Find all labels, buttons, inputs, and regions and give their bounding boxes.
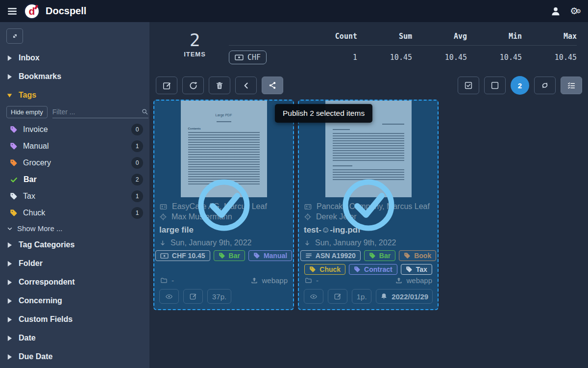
sidebar-item-label: Correspondent [19,278,75,287]
item-date: Sun, January 9th, 2022 [315,238,396,247]
expand-sidebar-icon[interactable] [6,28,23,44]
tag-icon [406,266,413,273]
logo-letter: d [29,6,35,16]
tag-badge-label: Manual [264,252,287,260]
money-icon [160,253,169,259]
docspell-logo[interactable]: d [24,3,40,20]
sidebar-item-custom-fields[interactable]: Custom Fields [0,310,149,329]
search-icon [141,108,148,115]
badges: ASN A19920 Bar Book [304,250,433,275]
list-view-button[interactable] [561,77,582,94]
item-card-test-ing-pdf[interactable]: Pancake Company, Marcus Leaf Derek Jeter… [298,100,439,310]
menu-icon[interactable] [7,6,18,17]
stats-header: 2 ITEMS Count Sum Avg Min Max [149,22,588,69]
tag-icon [10,192,18,200]
folder-value: - [172,276,174,285]
tag-name: Bar [24,175,37,184]
sidebar-item-bookmarks[interactable]: Bookmarks [0,67,149,86]
merge-button[interactable] [235,77,257,94]
tag-icon [354,266,361,273]
sidebar-item-folder[interactable]: Folder [0,254,149,273]
tag-item-invoice[interactable]: Invoice 0 [0,121,149,138]
sidebar-item-tag-categories[interactable]: Tag Categories [0,236,149,254]
due-date-button[interactable]: 2022/01/29 [376,289,433,304]
docspell-app: d Docspell ⚙⚙ Inbox Bookmarks [0,0,588,368]
card-meta: EasyCare AG, Marcus Leaf Max Mustermann … [154,197,293,261]
publish-tooltip: Publish 2 selected items [275,104,372,123]
folder-icon [160,277,168,284]
upload-icon [395,277,403,285]
caret-right-icon [7,261,12,267]
chevron-down-icon [6,225,13,232]
document-preview[interactable]: Large PDF Contents [154,101,293,197]
concerning-row: Max Mustermann [159,212,288,221]
sidebar-item-label: Due Date [19,352,52,361]
crosshairs-icon [159,213,167,221]
currency-badge: CHF [229,51,267,64]
item-date: Sun, January 9th, 2022 [171,238,251,247]
stat-value: 10.45 [467,53,522,62]
sidebar-item-tags[interactable]: Tags [0,86,149,105]
edit-item-button[interactable] [183,289,203,304]
stats-table-header: Count Sum Avg Min Max [229,32,577,46]
edit-items-button[interactable] [156,77,177,94]
hide-empty-button[interactable]: Hide empty [6,106,48,118]
tag-item-tax[interactable]: Tax 1 [0,188,149,205]
sidebar-item-label: Tag Categories [19,240,74,249]
card-meta: Pancake Company, Marcus Leaf Derek Jeter… [299,197,438,275]
tag-badge-label: Chuck [319,265,341,273]
reprocess-button[interactable] [182,77,204,94]
show-more-label: Show More ... [17,224,63,233]
caret-right-icon [7,316,12,323]
stat-value: 1 [302,53,357,62]
page-count-button[interactable]: 1p. [352,289,371,304]
item-title: large file [159,225,288,235]
column-header: Min [467,32,522,41]
source-value: webapp [262,276,288,285]
stat-value: 10.45 [357,53,412,62]
item-card-large-file[interactable]: Large PDF Contents EasyCare AG, Marcus L… [153,100,294,310]
tag-icon [309,266,316,273]
main-content: 2 ITEMS Count Sum Avg Min Max [149,22,588,368]
tag-badge-label: Tax [416,265,427,273]
select-all-button[interactable] [458,77,479,94]
tag-item-manual[interactable]: Manual 1 [0,138,149,155]
currency-label: CHF [247,53,261,62]
settings-gears-icon[interactable]: ⚙⚙ [570,6,581,16]
amount-value: CHF 10.45 [172,252,205,260]
sidebar-item-date[interactable]: Date [0,329,149,347]
tag-badge-book: Book [399,250,436,261]
sidebar-item-label: Tags [19,91,36,100]
tag-icon [10,209,18,217]
tag-filter-controls: Hide empty [0,105,149,121]
tag-filter-input[interactable] [52,108,141,116]
tag-badge-manual: Manual [248,250,292,261]
tag-item-bar-selected[interactable]: Bar 2 [0,171,149,188]
edit-item-button[interactable] [328,289,347,304]
caret-right-icon [7,55,12,61]
delete-button[interactable] [209,77,230,94]
tag-item-grocery[interactable]: Grocery 0 [0,155,149,171]
sidebar-item-correspondent[interactable]: Correspondent [0,273,149,291]
page-count-button[interactable]: 37p. [207,289,231,304]
sidebar-item-inbox[interactable]: Inbox [0,49,149,67]
preview-eye-button[interactable] [159,289,179,304]
tag-item-chuck[interactable]: Chuck 1 [0,205,149,221]
sidebar-item-due-date[interactable]: Due Date [0,347,149,366]
due-date-value: 2022/01/29 [392,292,428,301]
sidebar-item-source[interactable]: Source [0,366,149,368]
invert-selection-button[interactable] [534,77,556,94]
caret-right-icon [7,242,12,248]
caret-right-icon [7,354,12,360]
folder-value: - [316,276,318,285]
tag-icon [404,252,411,259]
tag-count-badge: 1 [131,140,143,152]
user-icon[interactable] [550,6,561,17]
sidebar-item-concerning[interactable]: Concerning [0,291,149,310]
deselect-all-button[interactable] [484,77,506,94]
items-label: ITEMS [176,51,213,58]
preview-eye-button[interactable] [304,289,323,304]
show-more-tags[interactable]: Show More ... [0,221,149,236]
share-button[interactable] [262,77,283,94]
tag-badge-label: Book [414,252,431,260]
